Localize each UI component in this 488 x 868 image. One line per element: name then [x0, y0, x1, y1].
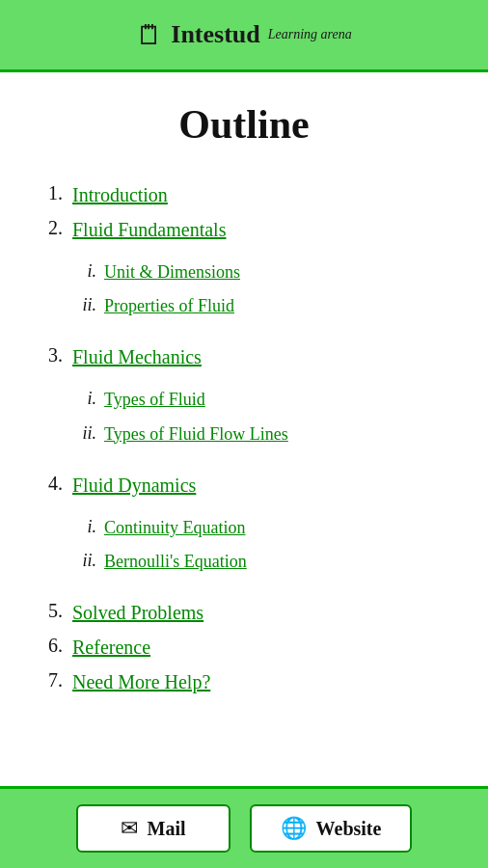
app-header: 🗒 IntestudLearning arena	[0, 0, 488, 72]
list-item: 5 Solved Problems	[39, 599, 449, 626]
fluid-mechanics-link[interactable]: Fluid Mechanics	[72, 343, 202, 370]
logo-main-text: Intestud	[171, 20, 259, 49]
mail-button[interactable]: ✉ Mail	[76, 804, 230, 853]
item-number: 7	[39, 668, 63, 692]
sub-item-number: ii.	[72, 550, 96, 571]
item-number: 1	[39, 181, 63, 204]
list-item: i. Unit & Dimensions	[72, 260, 240, 285]
sub-list: i. Continuity Equation ii. Bernoulli's E…	[72, 516, 247, 583]
item-number: 2	[39, 216, 63, 239]
list-item: 6 Reference	[39, 634, 449, 661]
page-title: Outline	[39, 101, 449, 148]
mail-icon: ✉	[121, 816, 138, 841]
item-number: 5	[39, 599, 63, 622]
need-more-help-link[interactable]: Need More Help?	[72, 668, 210, 695]
list-item: 2 Fluid Fundamentals i. Unit & Dimension…	[39, 216, 449, 336]
types-fluid-flow-lines-link[interactable]: Types of Fluid Flow Lines	[104, 422, 288, 447]
list-item: 1 Introduction	[39, 181, 449, 208]
logo: 🗒 IntestudLearning arena	[136, 19, 351, 51]
sub-item-number: i.	[72, 388, 96, 409]
logo-sub-text: Learning arena	[268, 27, 352, 42]
mail-label: Mail	[148, 818, 186, 840]
types-fluid-link[interactable]: Types of Fluid	[104, 388, 205, 412]
website-label: Website	[316, 818, 382, 840]
fluid-fundamentals-link[interactable]: Fluid Fundamentals	[72, 216, 226, 243]
sub-item-number: ii.	[72, 294, 96, 315]
list-item: ii. Properties of Fluid	[72, 294, 240, 318]
solved-problems-link[interactable]: Solved Problems	[72, 599, 203, 626]
item-number: 3	[39, 343, 63, 366]
outline-list: 1 Introduction 2 Fluid Fundamentals i. U…	[39, 181, 449, 695]
sub-list: i. Unit & Dimensions ii. Properties of F…	[72, 260, 240, 328]
globe-icon: 🌐	[281, 816, 307, 841]
reference-link[interactable]: Reference	[72, 634, 150, 661]
item-number: 4	[39, 472, 63, 495]
list-item: 4 Fluid Dynamics i. Continuity Equation …	[39, 472, 449, 591]
sub-item-number: i.	[72, 516, 96, 537]
bernoulli-equation-link[interactable]: Bernoulli's Equation	[104, 550, 247, 574]
list-item: 7 Need More Help?	[39, 668, 449, 695]
sub-item-number: ii.	[72, 422, 96, 444]
introduction-link[interactable]: Introduction	[72, 181, 168, 208]
list-item: i. Continuity Equation	[72, 516, 247, 540]
list-item: ii. Types of Fluid Flow Lines	[72, 422, 288, 447]
logo-icon: 🗒	[136, 19, 163, 51]
fluid-dynamics-link[interactable]: Fluid Dynamics	[72, 472, 196, 499]
sub-list: i. Types of Fluid ii. Types of Fluid Flo…	[72, 388, 288, 455]
unit-dimensions-link[interactable]: Unit & Dimensions	[104, 260, 240, 285]
main-content: Outline 1 Introduction 2 Fluid Fundament…	[0, 72, 488, 786]
continuity-equation-link[interactable]: Continuity Equation	[104, 516, 246, 540]
properties-fluid-link[interactable]: Properties of Fluid	[104, 294, 234, 318]
item-number: 6	[39, 634, 63, 657]
website-button[interactable]: 🌐 Website	[250, 804, 413, 853]
list-item: i. Types of Fluid	[72, 388, 288, 412]
sub-item-number: i.	[72, 260, 96, 282]
list-item: ii. Bernoulli's Equation	[72, 550, 247, 574]
list-item: 3 Fluid Mechanics i. Types of Fluid ii. …	[39, 343, 449, 463]
app-footer: ✉ Mail 🌐 Website	[0, 786, 488, 868]
